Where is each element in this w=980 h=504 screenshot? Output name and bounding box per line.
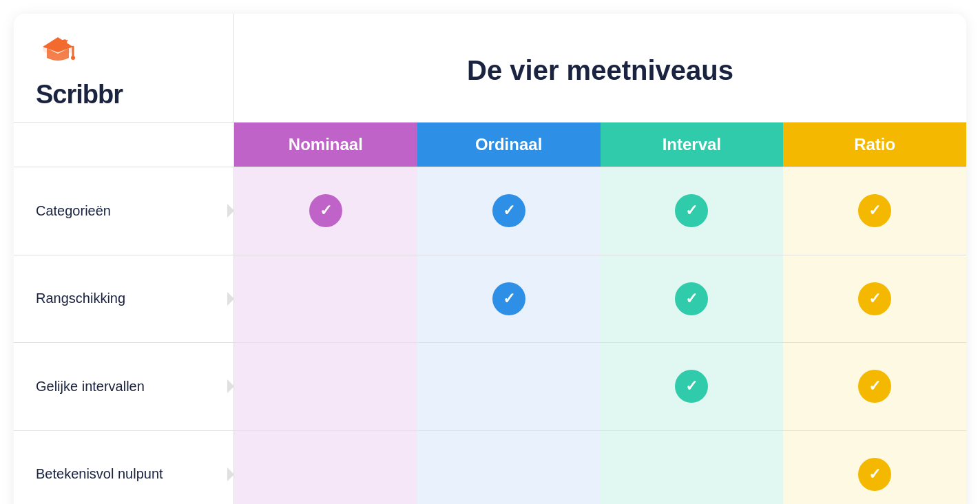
cell-categorieen-interval: ✓ [601, 167, 784, 255]
logo-cell: Scribbr [14, 14, 234, 122]
cell-betekenisvol-interval [601, 431, 784, 505]
checkmark: ✓ [320, 203, 332, 218]
check-ordinaal-0: ✓ [492, 194, 525, 227]
checkmark: ✓ [503, 203, 515, 218]
cell-categorieen-nominaal: ✓ [234, 167, 417, 255]
cell-rangschikking-nominaal [234, 255, 417, 343]
table-row: Betekenisvol nulpunt ✓ [14, 431, 966, 505]
main-title: De vier meetniveaus [467, 55, 733, 85]
checkmark: ✓ [503, 291, 515, 306]
cell-betekenisvol-ratio: ✓ [783, 431, 966, 505]
cell-categorieen-ratio: ✓ [783, 167, 966, 255]
col-header-nominaal: Nominaal [234, 123, 417, 167]
checkmark: ✓ [868, 291, 881, 306]
data-rows: Categorieën ✓ ✓ ✓ ✓ [14, 167, 966, 504]
main-container: Scribbr De vier meetniveaus Nominaal Ord… [14, 14, 966, 504]
cell-gelijke-nominaal [234, 343, 417, 430]
row-label-categorieen: Categorieën [14, 167, 234, 255]
row-label-betekenisvol: Betekenisvol nulpunt [14, 431, 234, 505]
cell-gelijke-ordinaal [417, 343, 601, 430]
cell-categorieen-ordinaal: ✓ [417, 167, 601, 255]
cell-gelijke-ratio: ✓ [783, 343, 966, 430]
cell-betekenisvol-nominaal [234, 431, 417, 505]
scribbr-logo-icon [36, 30, 80, 74]
checkmark: ✓ [685, 203, 698, 218]
table-row: Gelijke intervallen ✓ ✓ [14, 343, 966, 431]
col-header-ratio: Ratio [783, 123, 966, 167]
checkmark: ✓ [868, 203, 881, 218]
row-label-header [14, 123, 234, 167]
table-row: Categorieën ✓ ✓ ✓ ✓ [14, 167, 966, 255]
check-ratio-3: ✓ [858, 458, 891, 491]
checkmark: ✓ [685, 379, 698, 394]
checkmark: ✓ [868, 467, 881, 482]
checkmark: ✓ [868, 379, 881, 394]
checkmark: ✓ [685, 291, 698, 306]
cell-rangschikking-interval: ✓ [601, 255, 784, 343]
check-interval-2: ✓ [675, 370, 708, 403]
table-row: Rangschikking ✓ ✓ ✓ [14, 255, 966, 344]
check-ratio-2: ✓ [858, 370, 891, 403]
check-ordinaal-1: ✓ [492, 282, 525, 315]
logo-text: Scribbr [36, 80, 123, 109]
check-interval-1: ✓ [675, 282, 708, 315]
cell-rangschikking-ordinaal: ✓ [417, 255, 601, 343]
check-ratio-0: ✓ [858, 194, 891, 227]
title-cell: De vier meetniveaus [234, 36, 966, 100]
cell-betekenisvol-ordinaal [417, 431, 601, 505]
header-row: Nominaal Ordinaal Interval Ratio [14, 123, 966, 167]
cell-gelijke-interval: ✓ [601, 343, 784, 430]
check-nominaal-0: ✓ [309, 194, 342, 227]
row-label-gelijke-intervallen: Gelijke intervallen [14, 343, 234, 430]
check-interval-0: ✓ [675, 194, 708, 227]
check-ratio-1: ✓ [858, 282, 891, 315]
col-header-ordinaal: Ordinaal [417, 123, 601, 167]
cell-rangschikking-ratio: ✓ [783, 255, 966, 343]
title-row: Scribbr De vier meetniveaus [14, 14, 966, 123]
col-header-interval: Interval [601, 123, 784, 167]
row-label-rangschikking: Rangschikking [14, 255, 234, 343]
svg-point-3 [71, 56, 75, 60]
